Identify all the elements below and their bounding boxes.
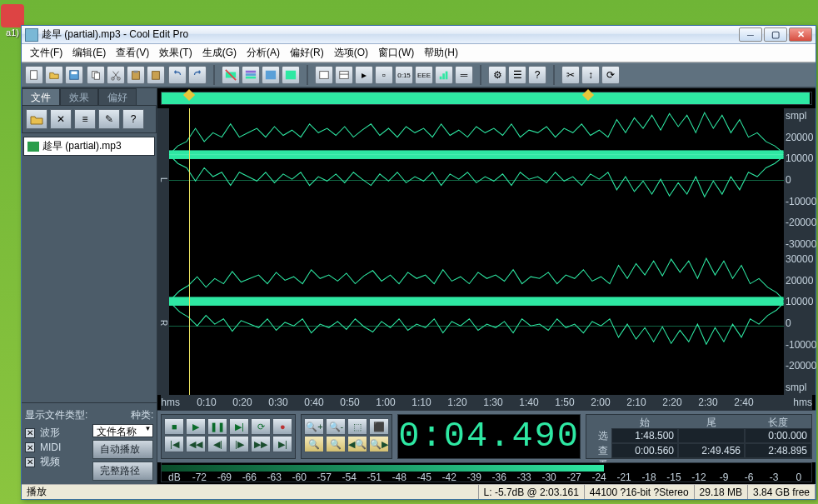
- toolbar: ▸ ▫ 0:15 EEE ═ ⚙ ☰ ? ✂ ↕ ⟳: [22, 62, 816, 87]
- cd-view-button[interactable]: [282, 66, 300, 84]
- level-toggle-button[interactable]: [435, 66, 453, 84]
- menu-window[interactable]: 窗口(W): [373, 44, 419, 62]
- svg-rect-0: [31, 71, 37, 80]
- view-len-value[interactable]: 2:48.895: [745, 443, 811, 458]
- play-button[interactable]: ▶: [186, 418, 206, 435]
- sel-len-value[interactable]: 0:00.000: [745, 428, 811, 443]
- sidebar-tab-effects[interactable]: 效果: [60, 88, 98, 105]
- new-button[interactable]: [25, 66, 43, 84]
- scripts-button[interactable]: ☰: [508, 66, 526, 84]
- time-ruler[interactable]: hms 0:10 0:20 0:30 0:40 0:50 1:00 1:10 1…: [161, 395, 812, 410]
- level-meter[interactable]: dB-72-69-66-63-60-57-54-51-48-45-42-39-3…: [161, 462, 812, 482]
- prev-marker-button[interactable]: ◀|: [207, 436, 227, 452]
- zoom-panel: 🔍+ 🔍- ⬚ ⬛ 🔍 🔍 ◀🔍 🔍▶: [301, 414, 392, 459]
- menu-generate[interactable]: 生成(G): [197, 44, 242, 62]
- app-icon: [1, 4, 24, 27]
- sidebar-help-button[interactable]: ?: [122, 109, 144, 129]
- mix-paste-button[interactable]: [147, 66, 165, 84]
- trim-button[interactable]: ✂: [561, 66, 580, 84]
- checkbox-midi[interactable]: ✕: [25, 442, 35, 452]
- menu-options[interactable]: 选项(O): [329, 44, 373, 62]
- svg-rect-16: [286, 71, 296, 80]
- close-file-button[interactable]: ✕: [50, 109, 72, 129]
- time-display[interactable]: 0:04.490: [397, 414, 581, 459]
- menu-view[interactable]: 查看(V): [111, 44, 154, 62]
- playhead-line[interactable]: [189, 108, 190, 395]
- menu-edit[interactable]: 编辑(E): [67, 44, 111, 62]
- zoom-toggle-button[interactable]: ▫: [375, 66, 393, 84]
- svg-rect-22: [446, 72, 448, 80]
- sel-toggle-button[interactable]: EEE: [415, 66, 433, 84]
- titlebar[interactable]: 趁早 (partial).mp3 - Cool Edit Pro ─ ▢ ✕: [22, 26, 816, 44]
- open-button[interactable]: [45, 66, 63, 84]
- waveform-canvas[interactable]: [169, 108, 784, 395]
- autoplay-button[interactable]: 自动播放: [92, 440, 153, 459]
- sidebar-tab-files[interactable]: 文件: [22, 88, 60, 105]
- save-button[interactable]: [65, 66, 83, 84]
- fullpath-button[interactable]: 完整路径: [92, 462, 153, 481]
- status-format: 44100 ?16-bit ?Stereo: [585, 485, 695, 499]
- sidebar-tab-favorites[interactable]: 偏好: [98, 88, 137, 105]
- waveform-view: L R: [157, 88, 816, 484]
- menu-file[interactable]: 文件(F): [25, 44, 67, 62]
- view-begin-value[interactable]: 0:00.560: [611, 443, 678, 458]
- organizer-button[interactable]: [315, 66, 333, 84]
- edit-file-button[interactable]: ✎: [98, 109, 120, 129]
- overview-bar[interactable]: [161, 92, 812, 105]
- sel-begin-value[interactable]: 1:48.500: [611, 428, 678, 443]
- checkbox-wave[interactable]: ✕: [25, 428, 35, 438]
- cue-list-button[interactable]: [335, 66, 353, 84]
- pause-button[interactable]: ❚❚: [207, 418, 227, 435]
- zoom-in-h-button[interactable]: 🔍+: [304, 418, 324, 435]
- zoom-out-h-button[interactable]: 🔍-: [326, 418, 346, 435]
- sort-select[interactable]: 文件名称: [92, 424, 153, 437]
- menu-effects[interactable]: 效果(T): [154, 44, 197, 62]
- copy-button[interactable]: [87, 66, 105, 84]
- zoom-left-button[interactable]: ◀🔍: [347, 436, 367, 452]
- checkbox-video[interactable]: ✕: [25, 457, 35, 467]
- sel-end-value[interactable]: [678, 428, 745, 443]
- transport-toggle-button[interactable]: ▸: [355, 66, 373, 84]
- multitrack-button[interactable]: [242, 66, 260, 84]
- insert-multitrack-button[interactable]: ≡: [74, 109, 96, 129]
- forward-button[interactable]: ▶▶: [251, 436, 271, 452]
- sel-lbl-view: 查看: [586, 443, 611, 458]
- zoom-in-v-button[interactable]: 🔍: [304, 436, 324, 452]
- stop-button[interactable]: ■: [164, 418, 184, 435]
- menu-analyze[interactable]: 分析(A): [242, 44, 285, 62]
- file-list-item[interactable]: 趁早 (partial).mp3: [23, 137, 155, 156]
- time-toggle-button[interactable]: 0:15: [395, 66, 413, 84]
- zoom-full-button[interactable]: ⬚: [347, 418, 367, 435]
- next-marker-button[interactable]: |▶: [229, 436, 249, 452]
- menu-favorites[interactable]: 偏好(R): [285, 44, 329, 62]
- rewind-button[interactable]: ◀◀: [186, 436, 206, 452]
- normalize-button[interactable]: ↕: [581, 66, 600, 84]
- zoom-sel-button[interactable]: ⬛: [369, 418, 389, 435]
- record-button[interactable]: ●: [272, 418, 292, 435]
- close-button[interactable]: ✕: [789, 27, 812, 42]
- open-file-button[interactable]: [26, 109, 47, 129]
- undo-button[interactable]: [168, 66, 187, 84]
- play-to-end-button[interactable]: ▶|: [229, 418, 249, 435]
- level-scale: dB-72-69-66-63-60-57-54-51-48-45-42-39-3…: [162, 472, 811, 482]
- minimize-button[interactable]: ─: [739, 27, 762, 42]
- go-start-button[interactable]: |◀: [164, 436, 184, 452]
- convert-button[interactable]: ⟳: [601, 66, 620, 84]
- paste-button[interactable]: [127, 66, 145, 84]
- edit-view-button[interactable]: [222, 66, 240, 84]
- menu-help[interactable]: 帮助(H): [419, 44, 463, 62]
- settings-button[interactable]: ⚙: [488, 66, 506, 84]
- view-end-value[interactable]: 2:49.456: [678, 443, 745, 458]
- zoom-right-button[interactable]: 🔍▶: [369, 436, 389, 452]
- file-list[interactable]: 趁早 (partial).mp3: [22, 133, 157, 402]
- zoom-out-v-button[interactable]: 🔍: [326, 436, 346, 452]
- cut-button[interactable]: [107, 66, 125, 84]
- spectral-button[interactable]: [262, 66, 280, 84]
- maximize-button[interactable]: ▢: [764, 27, 787, 42]
- go-end-button[interactable]: ▶|: [272, 436, 292, 452]
- file-item-name: 趁早 (partial).mp3: [42, 139, 122, 153]
- help-button[interactable]: ?: [528, 66, 546, 84]
- redo-button[interactable]: [188, 66, 207, 84]
- ruler-toggle-button[interactable]: ═: [455, 66, 473, 84]
- loop-button[interactable]: ⟳: [251, 418, 271, 435]
